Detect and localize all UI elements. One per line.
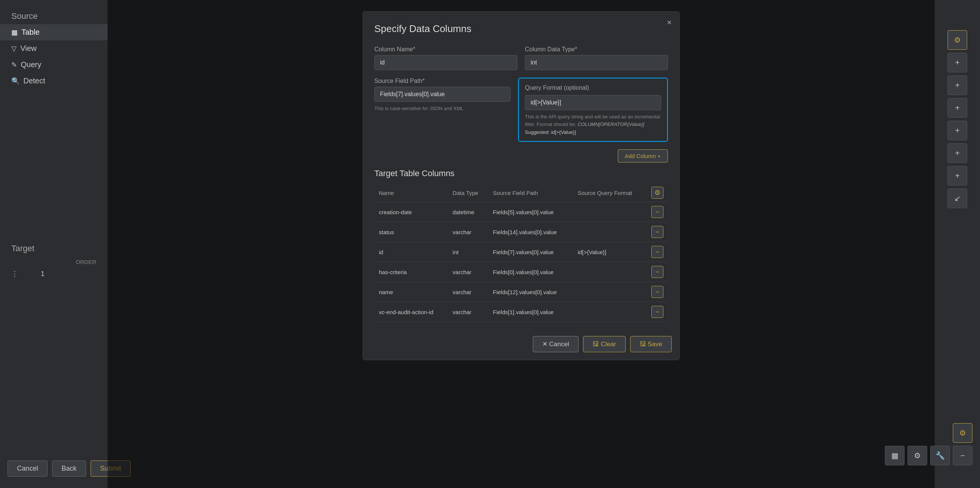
target-table: Name Data Type Source Field Path Source … <box>374 184 668 322</box>
cell-path: Fields[7].values[0].value <box>488 242 573 262</box>
cell-type: varchar <box>448 282 488 302</box>
sidebar: Source ▦ Table ▽ View ✎ Query 🔍 Detect T… <box>0 0 108 488</box>
cancel-modal-button[interactable]: ✕ Cancel <box>533 336 579 352</box>
cell-path: Fields[14].values[0].value <box>488 222 573 242</box>
sidebar-item-view-label: View <box>21 44 37 53</box>
sidebar-item-view[interactable]: ▽ View <box>0 40 108 57</box>
right-bottom-wrench-btn[interactable]: 🔧 <box>930 446 950 465</box>
right-settings-icon-btn[interactable]: ⚙ <box>948 30 967 50</box>
cell-type: int <box>448 242 488 262</box>
row-minus-btn[interactable]: − <box>651 226 663 238</box>
cell-query <box>573 302 647 322</box>
cell-query <box>573 222 647 242</box>
cell-name: id <box>374 242 448 262</box>
table-row: creation-date datetime Fields[5].values[… <box>374 202 668 222</box>
table-header-row: Name Data Type Source Field Path Source … <box>374 184 668 202</box>
query-format-suggested: Suggested: id[>{Value}] <box>525 129 661 135</box>
row-minus-btn[interactable]: − <box>651 286 663 298</box>
cell-type: varchar <box>448 262 488 282</box>
row-minus-btn[interactable]: − <box>651 266 663 278</box>
clear-button[interactable]: 🖫 Clear <box>583 336 625 352</box>
cell-path: Fields[0].values[0].value <box>488 262 573 282</box>
column-name-label: Column Name* <box>374 46 517 53</box>
query-format-box: Query Format (optional) This is the API … <box>518 78 668 142</box>
order-row-dots: ⋮ <box>11 269 18 278</box>
source-field-hint: This is case-sensitive for JSON and XML <box>374 106 511 111</box>
right-plus-btn-4[interactable]: + <box>948 121 967 140</box>
cell-type: datetime <box>448 202 488 222</box>
modal-title: Specify Data Columns <box>374 23 668 35</box>
save-button[interactable]: 🖫 Save <box>630 336 672 352</box>
form-row-2: Source Field Path* This is case-sensitiv… <box>374 78 668 142</box>
sidebar-item-table-label: Table <box>22 28 40 36</box>
sidebar-item-query-label: Query <box>21 60 41 69</box>
source-field-path-group: Source Field Path* This is case-sensitiv… <box>374 78 511 142</box>
cell-type: varchar <box>448 222 488 242</box>
back-button[interactable]: Back <box>52 461 86 477</box>
source-field-path-label: Source Field Path* <box>374 78 511 84</box>
cell-name: vc-end-audit-action-id <box>374 302 448 322</box>
query-format-desc: This is the API query string and will be… <box>525 113 661 128</box>
table-icon: ▦ <box>11 28 18 36</box>
right-bottom-table-btn[interactable]: ▦ <box>885 446 905 465</box>
target-table-title: Target Table Columns <box>374 169 668 178</box>
cell-query <box>573 202 647 222</box>
table-row: has-criteria varchar Fields[0].values[0]… <box>374 262 668 282</box>
table-row: vc-end-audit-action-id varchar Fields[1]… <box>374 302 668 322</box>
row-minus-btn[interactable]: − <box>651 306 663 318</box>
sidebar-item-detect[interactable]: 🔍 Detect <box>0 73 108 89</box>
cell-name: status <box>374 222 448 242</box>
source-section-title: Source <box>0 8 108 24</box>
table-row: name varchar Fields[12].values[0].value … <box>374 282 668 302</box>
sidebar-item-table[interactable]: ▦ Table <box>0 24 108 40</box>
order-column-label: ORDER <box>76 259 96 265</box>
modal-overlay: Specify Data Columns × Column Name* Colu… <box>108 0 935 488</box>
query-format-label: Query Format (optional) <box>525 84 661 91</box>
source-field-path-input[interactable] <box>374 87 511 102</box>
row-minus-btn[interactable]: − <box>651 206 663 218</box>
right-plus-btn-5[interactable]: + <box>948 143 967 163</box>
column-data-type-input[interactable] <box>525 55 668 70</box>
cell-path: Fields[5].values[0].value <box>488 202 573 222</box>
cancel-button[interactable]: Cancel <box>8 461 48 477</box>
table-row: status varchar Fields[14].values[0].valu… <box>374 222 668 242</box>
cell-query <box>573 262 647 282</box>
cell-query <box>573 282 647 302</box>
row-minus-btn[interactable]: − <box>651 246 663 258</box>
cell-type: varchar <box>448 302 488 322</box>
view-icon: ▽ <box>11 44 17 53</box>
detect-icon: 🔍 <box>11 77 20 85</box>
sidebar-item-detect-label: Detect <box>23 76 45 85</box>
right-bottom-gear-btn[interactable]: ⚙ <box>908 446 927 465</box>
right-bottom-minus-btn[interactable]: − <box>953 446 972 465</box>
cell-path: Fields[1].values[0].value <box>488 302 573 322</box>
table-row: id int Fields[7].values[0].value id[>{Va… <box>374 242 668 262</box>
right-plus-btn-6[interactable]: + <box>948 166 967 185</box>
col-header-query: Source Query Format <box>573 184 647 202</box>
order-row-value: 1 <box>41 270 45 278</box>
right-bottom-icons: ⚙ ▦ ⚙ 🔧 − <box>885 423 972 465</box>
sidebar-order-row: ⋮ 1 <box>0 266 108 282</box>
cell-name: name <box>374 282 448 302</box>
right-collapse-btn[interactable]: ↙ <box>948 189 967 208</box>
right-plus-btn-2[interactable]: + <box>948 75 967 95</box>
right-bottom-row: ▦ ⚙ 🔧 − <box>885 446 972 465</box>
right-bottom-settings-btn[interactable]: ⚙ <box>953 423 972 443</box>
column-name-input[interactable] <box>374 55 517 70</box>
add-column-container: Add Column + <box>374 149 668 163</box>
cell-name: creation-date <box>374 202 448 222</box>
table-settings-btn[interactable]: ⚙ <box>651 187 663 199</box>
form-row-1: Column Name* Column Data Type* <box>374 46 668 70</box>
query-format-input[interactable] <box>525 95 661 110</box>
modal-dialog: Specify Data Columns × Column Name* Colu… <box>363 11 679 360</box>
right-plus-btn-3[interactable]: + <box>948 98 967 118</box>
cell-path: Fields[12].values[0].value <box>488 282 573 302</box>
right-plus-btn-1[interactable]: + <box>948 53 967 73</box>
modal-close-button[interactable]: × <box>667 18 672 27</box>
query-format-code: COLUMN[OPERATOR{Value}] <box>578 122 644 127</box>
add-column-button[interactable]: Add Column + <box>618 149 668 163</box>
column-data-type-group: Column Data Type* <box>525 46 668 70</box>
cell-name: has-criteria <box>374 262 448 282</box>
sidebar-item-query[interactable]: ✎ Query <box>0 57 108 73</box>
column-data-type-label: Column Data Type* <box>525 46 668 53</box>
